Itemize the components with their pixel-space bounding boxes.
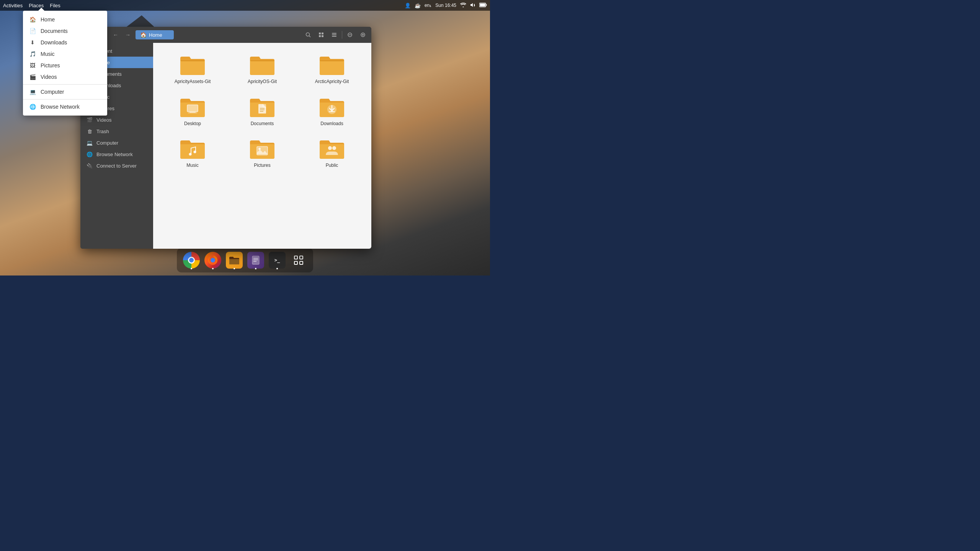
terminal-icon: >_ (269, 252, 286, 269)
places-menu-item-pictures[interactable]: 🖼 Pictures (23, 60, 107, 71)
folder-plain-icon (318, 54, 346, 77)
places-menu-item-computer[interactable]: 💻 Computer (23, 86, 107, 98)
trash-sidebar-icon: 🗑 (87, 128, 93, 134)
sidebar-item-label: Trash (96, 129, 109, 134)
grid-view-button[interactable] (316, 29, 327, 40)
forward-button[interactable]: → (122, 29, 133, 40)
file-name: Downloads (320, 121, 343, 127)
sidebar-item-computer[interactable]: 💻 Computer (80, 137, 153, 148)
file-item-arctic-apricity-git[interactable]: ArcticApricity-Git (299, 49, 365, 88)
zoom-in-button[interactable] (358, 29, 368, 40)
svg-rect-34 (252, 256, 259, 264)
places-menu-item-browse-network[interactable]: 🌐 Browse Network (23, 101, 107, 112)
svg-rect-8 (322, 35, 323, 37)
file-name: ArcticApricity-Git (315, 79, 349, 85)
file-item-downloads[interactable]: Downloads (299, 91, 365, 130)
downloads-icon: ⬇ (29, 39, 36, 46)
places-item-label: Browse Network (41, 104, 80, 110)
svg-rect-6 (322, 33, 323, 34)
svg-rect-17 (187, 105, 198, 112)
location-bar[interactable]: 🏠 Home (136, 30, 174, 39)
sidebar-item-browse-network[interactable]: 🌐 Browse Network (80, 148, 153, 160)
battery-icon (479, 3, 487, 8)
dock-item-firefox[interactable] (203, 250, 223, 270)
titlebar: _ □ ✕ ← → 🏠 Home (80, 27, 371, 43)
videos-sidebar-icon: 🎬 (87, 117, 93, 123)
file-name: Public (326, 163, 338, 169)
file-item-apricity-assets-git[interactable]: ApricityAssets-Git (159, 49, 226, 88)
dock: >_ (177, 248, 313, 272)
videos-icon: 🎬 (29, 73, 36, 80)
svg-rect-7 (319, 35, 321, 37)
sidebar-item-videos[interactable]: 🎬 Videos (80, 114, 153, 126)
file-item-pictures[interactable]: Pictures (229, 133, 296, 172)
file-item-apricity-os-git[interactable]: ApricityOS-Git (229, 49, 296, 88)
file-item-documents[interactable]: Documents (229, 91, 296, 130)
location-text: Home (149, 32, 162, 38)
places-menu-item-downloads[interactable]: ⬇ Downloads (23, 37, 107, 48)
file-item-music[interactable]: Music (159, 133, 226, 172)
svg-rect-1 (486, 4, 487, 6)
dock-item-files[interactable] (224, 250, 244, 270)
folder-desktop-icon (179, 96, 206, 119)
documents-icon: 📄 (29, 28, 36, 34)
editor-icon (247, 252, 264, 269)
file-item-desktop[interactable]: Desktop (159, 91, 226, 130)
places-menu-item-videos[interactable]: 🎬 Videos (23, 71, 107, 83)
folder-music-icon (179, 137, 206, 160)
apps-grid-icon (290, 252, 307, 269)
places-menu-item-music[interactable]: 🎵 Music (23, 48, 107, 60)
file-manager-body: 🕐 Recent 🏠 Home 📄 Documents ⬇ Downloads … (80, 43, 371, 249)
places-menu-item-documents[interactable]: 📄 Documents (23, 25, 107, 37)
sidebar-item-trash[interactable]: 🗑 Trash (80, 126, 153, 137)
files-dock-icon (226, 252, 243, 269)
language-indicator[interactable]: en₁ (425, 3, 431, 8)
search-button[interactable] (303, 29, 314, 40)
dock-indicator (234, 268, 235, 269)
list-view-button[interactable] (329, 29, 340, 40)
places-menu-item-home[interactable]: 🏠 Home (23, 14, 107, 25)
coffee-icon: ☕ (415, 3, 421, 8)
dock-item-chrome[interactable] (181, 250, 201, 270)
zoom-out-button[interactable] (345, 29, 355, 40)
titlebar-actions (303, 29, 368, 40)
connect-server-sidebar-icon: 🔌 (87, 163, 93, 169)
browse-network-icon: 🌐 (29, 103, 36, 110)
computer-icon: 💻 (29, 88, 36, 95)
places-item-label: Home (41, 16, 55, 23)
dock-item-editor[interactable] (246, 250, 266, 270)
svg-point-29 (258, 148, 261, 150)
file-name: Desktop (184, 121, 201, 127)
dock-item-terminal[interactable]: >_ (267, 250, 287, 270)
places-item-label: Documents (41, 28, 68, 34)
folder-public-icon (318, 137, 346, 160)
svg-rect-10 (332, 34, 336, 35)
home-location-icon: 🏠 (140, 32, 147, 38)
svg-rect-11 (332, 36, 336, 37)
topbar-right: 👤 ☕ en₁ Sun 16:45 (405, 3, 487, 8)
files-area: ApricityAssets-Git ApricityOS-Git (153, 43, 371, 249)
svg-point-3 (306, 33, 310, 36)
wifi-icon (460, 3, 466, 8)
folder-plain-icon (248, 54, 276, 77)
volume-icon (470, 3, 475, 8)
file-item-public[interactable]: Public (299, 133, 365, 172)
sidebar-item-connect-server[interactable]: 🔌 Connect to Server (80, 160, 153, 171)
files-menu-trigger[interactable]: Files (50, 3, 60, 8)
file-name: Documents (251, 121, 274, 127)
dock-indicator (276, 268, 278, 269)
dock-indicator (212, 268, 214, 269)
svg-point-33 (211, 258, 215, 262)
topbar: Activities Places Files 👤 ☕ en₁ Sun 16:4… (0, 0, 490, 11)
activities-menu[interactable]: Activities (3, 3, 23, 8)
separator-2 (23, 99, 107, 99)
clock: Sun 16:45 (435, 3, 456, 8)
music-icon: 🎵 (29, 51, 36, 57)
places-item-label: Computer (41, 89, 64, 95)
dock-item-apps[interactable] (289, 250, 309, 270)
pictures-icon: 🖼 (29, 62, 36, 69)
file-name: ApricityAssets-Git (175, 79, 211, 85)
folder-downloads-icon (318, 96, 346, 119)
separator-1 (23, 84, 107, 85)
back-button[interactable]: ← (110, 29, 121, 40)
